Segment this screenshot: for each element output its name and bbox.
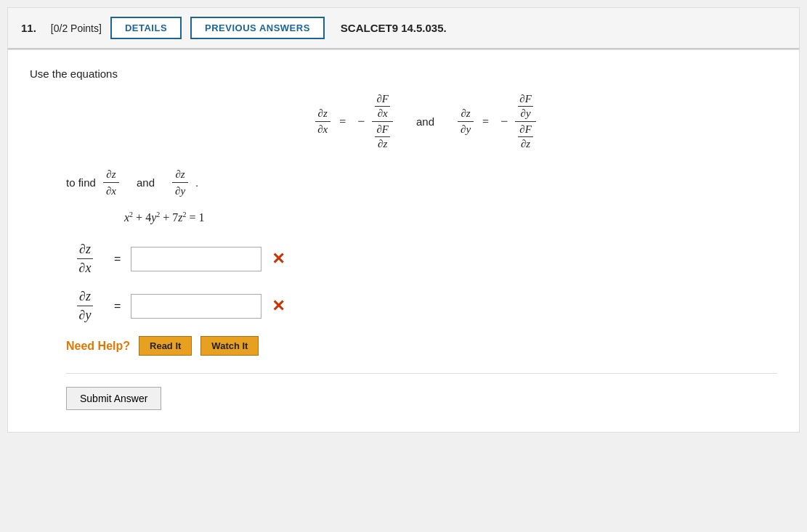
previous-answers-button[interactable]: PREVIOUS ANSWERS xyxy=(190,17,325,39)
eq1: = xyxy=(339,115,346,128)
dzdy-fraction: ∂z ∂y xyxy=(458,107,474,136)
dzdy-answer-input[interactable] xyxy=(131,294,261,319)
eq2: = xyxy=(482,115,489,128)
and-connector-1: and xyxy=(416,115,434,128)
dzdx-den: ∂x xyxy=(315,122,330,136)
dFdz-den2: ∂F ∂z xyxy=(515,122,536,150)
tofind-dzdx: ∂z ∂x xyxy=(103,168,119,197)
dFdz-den1: ∂F ∂z xyxy=(372,122,393,150)
need-help-label: Need Help? xyxy=(66,340,130,353)
dFdx-over-dFdz: ∂F ∂x ∂F ∂z xyxy=(372,93,393,150)
eq-dzdy: = xyxy=(114,300,121,313)
formula-block: ∂z ∂x = − ∂F ∂x ∂F ∂z xyxy=(73,93,777,150)
dzdx-label: ∂z ∂x xyxy=(66,242,104,276)
dzdx-input-row: ∂z ∂x = ✕ xyxy=(66,242,777,276)
dFdy-num: ∂F ∂y xyxy=(515,93,536,122)
and-connector-2: and xyxy=(137,176,155,189)
dzdy-den: ∂y xyxy=(458,122,474,136)
dzdy-num: ∂z xyxy=(458,107,473,122)
tofind-dzdy: ∂z ∂y xyxy=(172,168,188,197)
dzdy-wrong-mark: ✕ xyxy=(272,297,285,316)
submit-answer-button[interactable]: Submit Answer xyxy=(66,387,161,410)
question-number: 11. xyxy=(21,22,36,34)
need-help-row: Need Help? Read It Watch It xyxy=(66,336,777,356)
dzdx-num: ∂z xyxy=(315,107,330,122)
dzdx-answer-input[interactable] xyxy=(131,247,261,271)
eq-dzdx: = xyxy=(114,253,121,266)
read-it-button[interactable]: Read It xyxy=(139,336,192,356)
dzdx-wrong-mark: ✕ xyxy=(272,250,285,269)
given-equation: x2 + 4y2 + 7z2 = 1 xyxy=(124,210,777,224)
intro-text: Use the equations xyxy=(30,67,777,80)
neg1: − xyxy=(357,114,365,129)
dFdx-num: ∂F ∂x xyxy=(372,93,393,122)
watch-it-button[interactable]: Watch It xyxy=(200,336,259,356)
dzdy-label: ∂z ∂y xyxy=(66,289,104,323)
problem-id: SCALCET9 14.5.035. xyxy=(341,22,447,34)
details-button[interactable]: DETAILS xyxy=(110,17,182,39)
submit-row: Submit Answer xyxy=(66,373,777,410)
period: . xyxy=(195,176,198,189)
dFdy-over-dFdz: ∂F ∂y ∂F ∂z xyxy=(515,93,536,150)
points-label: [0/2 Points] xyxy=(51,22,102,34)
formula-dzdy: ∂z ∂y = − ∂F ∂y ∂F ∂z xyxy=(458,93,536,150)
neg2: − xyxy=(500,114,508,129)
dzdy-input-row: ∂z ∂y = ✕ xyxy=(66,289,777,323)
to-find-row: to find ∂z ∂x and ∂z ∂y . xyxy=(66,168,777,197)
dzdx-fraction: ∂z ∂x xyxy=(315,107,330,136)
to-find-text: to find xyxy=(66,176,96,189)
formula-dzdx: ∂z ∂x = − ∂F ∂x ∂F ∂z xyxy=(315,93,393,150)
